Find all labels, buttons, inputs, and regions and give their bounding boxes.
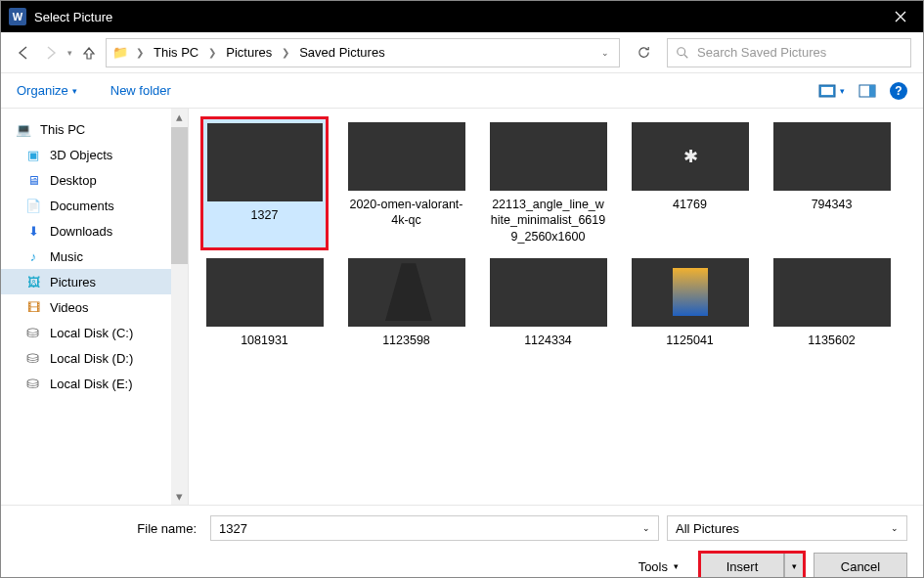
file-thumb[interactable]: 22113_angle_line_white_minimalist_66199_… bbox=[486, 118, 610, 248]
filename-value: 1327 bbox=[219, 521, 247, 536]
chevron-down-icon: ▾ bbox=[792, 561, 797, 571]
thumbnail-label: 794343 bbox=[812, 197, 853, 212]
refresh-button[interactable] bbox=[626, 45, 661, 60]
pc-icon: 💻 bbox=[15, 121, 32, 137]
desktop-icon: 🖥 bbox=[24, 172, 42, 188]
sidebar-item-disk-e[interactable]: ⛁Local Disk (E:) bbox=[1, 371, 188, 396]
disk-icon: ⛁ bbox=[22, 350, 44, 366]
window-title: Select Picture bbox=[34, 10, 112, 24]
chevron-down-icon: ▾ bbox=[674, 561, 679, 571]
tools-menu[interactable]: Tools ▾ bbox=[638, 559, 679, 574]
breadcrumb-root[interactable]: This PC bbox=[150, 43, 202, 62]
svg-rect-4 bbox=[869, 85, 875, 97]
breadcrumb-dropdown[interactable]: ⌄ bbox=[595, 48, 615, 58]
insert-button-highlight: Insert ▾ bbox=[700, 553, 804, 578]
breadcrumb[interactable]: 📁 ❯ This PC ❯ Pictures ❯ Saved Pictures … bbox=[106, 38, 620, 67]
sidebar-item-3d-objects[interactable]: ▣3D Objects bbox=[1, 142, 188, 167]
thumbnail-label: 1125041 bbox=[666, 333, 714, 348]
thumbnail-image bbox=[632, 122, 749, 191]
search-input[interactable]: Search Saved Pictures bbox=[667, 38, 911, 67]
file-thumb[interactable]: 1327 bbox=[202, 118, 327, 248]
footer: File name: 1327 ⌄ All Pictures ⌄ Tools ▾… bbox=[1, 505, 923, 578]
filename-input[interactable]: 1327 ⌄ bbox=[210, 515, 659, 541]
chevron-down-icon[interactable]: ⌄ bbox=[642, 523, 650, 533]
breadcrumb-l2[interactable]: Saved Pictures bbox=[295, 43, 388, 62]
sidebar-item-desktop[interactable]: 🖥Desktop bbox=[1, 167, 188, 193]
thumbnail-image bbox=[773, 258, 891, 327]
sidebar-item-documents[interactable]: 📄Documents bbox=[1, 193, 188, 218]
sidebar-item-pictures[interactable]: 🖼Pictures bbox=[1, 269, 188, 294]
chevron-down-icon[interactable]: ⌄ bbox=[891, 523, 899, 533]
scroll-down-icon[interactable]: ▾ bbox=[171, 488, 188, 505]
filename-label: File name: bbox=[17, 521, 202, 536]
titlebar: W Select Picture bbox=[1, 1, 923, 32]
file-thumb[interactable]: 1125041 bbox=[628, 254, 752, 352]
disk-icon: ⛁ bbox=[22, 376, 44, 391]
pictures-icon: 🖼 bbox=[24, 274, 42, 289]
thumbnail-label: 1135602 bbox=[808, 333, 856, 348]
sidebar-item-disk-c[interactable]: ⛁Local Disk (C:) bbox=[1, 320, 188, 345]
folder-icon: 📁 bbox=[112, 45, 128, 60]
svg-point-0 bbox=[678, 47, 685, 55]
sidebar-item-label: This PC bbox=[40, 122, 85, 137]
thumbnail-image bbox=[490, 258, 607, 327]
downloads-icon: ⬇ bbox=[24, 223, 42, 239]
thumbnail-label: 1124334 bbox=[524, 333, 572, 348]
sidebar-item-music[interactable]: ♪Music bbox=[1, 244, 188, 269]
new-folder-button[interactable]: New folder bbox=[110, 83, 171, 98]
chevron-right-icon[interactable]: ❯ bbox=[278, 47, 293, 58]
file-thumb[interactable]: 1123598 bbox=[344, 254, 468, 352]
file-thumb[interactable]: 1124334 bbox=[486, 254, 610, 352]
file-grid: 13272020-omen-valorant-4k-qc22113_angle_… bbox=[189, 109, 923, 505]
sidebar-item-videos[interactable]: 🎞Videos bbox=[1, 294, 188, 320]
help-button[interactable]: ? bbox=[890, 82, 907, 100]
forward-button[interactable] bbox=[40, 42, 62, 64]
sidebar-scrollbar[interactable]: ▴ ▾ bbox=[171, 109, 188, 505]
insert-dropdown[interactable]: ▾ bbox=[784, 553, 804, 578]
sidebar-item-label: Videos bbox=[50, 300, 89, 315]
file-thumb[interactable]: 41769 bbox=[628, 118, 752, 248]
file-thumb[interactable]: 1081931 bbox=[202, 254, 327, 352]
svg-rect-2 bbox=[821, 87, 833, 95]
file-thumb[interactable]: 1135602 bbox=[770, 254, 894, 352]
scroll-thumb[interactable] bbox=[171, 127, 188, 264]
thumbnail-image bbox=[348, 122, 465, 191]
sidebar-item-downloads[interactable]: ⬇Downloads bbox=[1, 218, 188, 244]
cancel-button[interactable]: Cancel bbox=[814, 553, 907, 578]
search-placeholder: Search Saved Pictures bbox=[697, 45, 826, 60]
thumbnail-label: 2020-omen-valorant-4k-qc bbox=[348, 197, 464, 229]
thumbnail-image bbox=[207, 123, 323, 201]
up-button[interactable] bbox=[78, 42, 100, 64]
sidebar-item-this-pc[interactable]: 💻 This PC bbox=[1, 116, 188, 142]
sidebar-item-label: Music bbox=[50, 249, 83, 264]
chevron-down-icon: ▾ bbox=[840, 86, 845, 96]
back-button[interactable] bbox=[13, 42, 34, 64]
file-thumb[interactable]: 2020-omen-valorant-4k-qc bbox=[344, 118, 468, 248]
organize-menu[interactable]: Organize ▾ bbox=[17, 83, 77, 98]
sidebar-item-label: Local Disk (C:) bbox=[50, 326, 133, 340]
documents-icon: 📄 bbox=[24, 198, 42, 213]
breadcrumb-l1[interactable]: Pictures bbox=[222, 43, 276, 62]
sidebar-item-label: Documents bbox=[50, 199, 114, 213]
preview-pane-button[interactable] bbox=[858, 84, 876, 98]
file-thumb[interactable]: 794343 bbox=[770, 118, 894, 248]
disk-icon: ⛁ bbox=[22, 325, 44, 340]
insert-button[interactable]: Insert bbox=[700, 553, 784, 578]
toolbar: Organize ▾ New folder ▾ ? bbox=[1, 73, 923, 109]
file-type-filter[interactable]: All Pictures ⌄ bbox=[667, 515, 907, 541]
thumbnail-label: 41769 bbox=[673, 197, 707, 212]
thumbnail-label: 1327 bbox=[251, 207, 279, 223]
word-icon: W bbox=[9, 8, 26, 25]
chevron-right-icon[interactable]: ❯ bbox=[132, 47, 148, 58]
thumbnail-image bbox=[490, 122, 607, 191]
scroll-up-icon[interactable]: ▴ bbox=[171, 109, 188, 125]
sidebar-item-disk-d[interactable]: ⛁Local Disk (D:) bbox=[1, 345, 188, 371]
history-dropdown[interactable]: ▾ bbox=[67, 48, 72, 58]
thumbnail-label: 1081931 bbox=[241, 333, 288, 348]
sidebar-item-label: Local Disk (E:) bbox=[50, 377, 133, 391]
filter-value: All Pictures bbox=[676, 521, 739, 536]
view-thumbnails-button[interactable]: ▾ bbox=[818, 84, 845, 98]
chevron-right-icon[interactable]: ❯ bbox=[204, 47, 220, 58]
sidebar-item-label: 3D Objects bbox=[50, 148, 112, 162]
close-button[interactable] bbox=[878, 1, 923, 32]
